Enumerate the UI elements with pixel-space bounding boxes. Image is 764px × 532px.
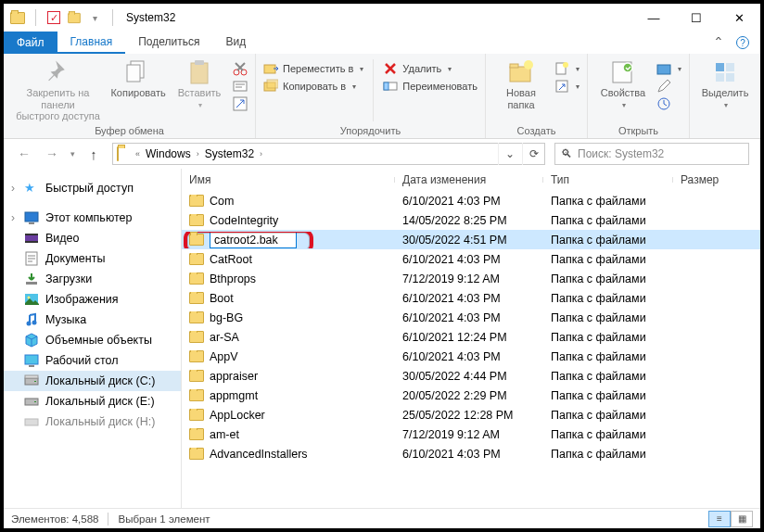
delete-button[interactable]: Удалить▾ bbox=[383, 61, 478, 76]
sidebar-item-downloads[interactable]: Загрузки bbox=[4, 269, 181, 289]
minimize-button[interactable]: — bbox=[632, 4, 675, 32]
tab-file[interactable]: Файл bbox=[4, 32, 57, 54]
nav-history-icon[interactable]: ▾ bbox=[70, 149, 75, 158]
sidebar-item-hdisk[interactable]: Локальный диск (H:) bbox=[4, 412, 181, 432]
sidebar-item-cdisk[interactable]: Локальный диск (C:) bbox=[4, 371, 181, 391]
pin-button[interactable]: Закрепить на панели быстрого доступа bbox=[11, 57, 105, 122]
history-button[interactable] bbox=[656, 96, 681, 111]
cell-date: 6/10/2021 4:03 PM bbox=[395, 253, 543, 266]
sidebar-item-desktop[interactable]: Рабочий стол bbox=[4, 350, 181, 371]
chevron-right-icon[interactable]: « bbox=[135, 149, 140, 158]
table-row[interactable]: Bthprops7/12/2019 9:12 AMПапка с файлами bbox=[182, 269, 760, 288]
table-row[interactable]: ar-SA6/10/2021 12:24 PMПапка с файлами bbox=[182, 327, 760, 347]
ribbon-help-icon[interactable]: ? bbox=[736, 36, 749, 49]
pictures-icon bbox=[24, 292, 39, 307]
table-row[interactable]: AppV6/10/2021 4:03 PMПапка с файлами bbox=[182, 347, 760, 366]
sidebar-label: Локальный диск (H:) bbox=[45, 415, 155, 428]
sidebar-item-music[interactable]: Музыка bbox=[4, 310, 181, 330]
svg-rect-10 bbox=[267, 80, 278, 88]
easyaccess-button[interactable]: ▾ bbox=[554, 79, 579, 94]
status-bar: Элементов: 4,588 Выбран 1 элемент ≡ ▦ bbox=[4, 508, 760, 528]
chevron-right-icon[interactable]: › bbox=[260, 149, 262, 158]
paste-button[interactable]: Вставить ▾ bbox=[172, 57, 227, 109]
newfolder-button[interactable]: Новая папка bbox=[493, 57, 549, 110]
table-row[interactable]: Com6/10/2021 4:03 PMПапка с файлами bbox=[182, 191, 760, 210]
breadcrumb-system32[interactable]: System32 bbox=[201, 147, 258, 160]
sidebar-item-docs[interactable]: Документы bbox=[4, 248, 181, 269]
cell-date: 6/10/2021 4:03 PM bbox=[395, 448, 543, 461]
qat-customize-icon[interactable] bbox=[66, 9, 83, 26]
copyto-button[interactable]: Копировать в▾ bbox=[263, 79, 363, 94]
rename-icon bbox=[383, 79, 398, 94]
close-button[interactable]: ✕ bbox=[718, 4, 760, 32]
sidebar-item-pictures[interactable]: Изображения bbox=[4, 289, 181, 310]
cell-type: Папка с файлами bbox=[543, 311, 673, 324]
qat-check-icon[interactable]: ✓ bbox=[45, 9, 62, 26]
select-button[interactable]: Выделить ▾ bbox=[697, 57, 753, 109]
chevron-right-icon[interactable]: › bbox=[197, 149, 199, 158]
sidebar-label: Локальный диск (E:) bbox=[45, 395, 155, 408]
sidebar-label: Этот компьютер bbox=[45, 211, 132, 224]
cell-date: 20/05/2022 2:29 PM bbox=[395, 389, 543, 402]
view-details-icon[interactable]: ≡ bbox=[708, 511, 731, 527]
ribbon-collapse-icon[interactable]: ˄ bbox=[714, 35, 723, 50]
table-row[interactable]: appmgmt20/05/2022 2:29 PMПапка с файлами bbox=[182, 386, 760, 405]
newitem-button[interactable]: ▾ bbox=[554, 61, 579, 76]
refresh-icon[interactable]: ⟳ bbox=[522, 143, 544, 165]
table-row[interactable]: Boot6/10/2021 4:03 PMПапка с файлами bbox=[182, 288, 760, 308]
separator bbox=[35, 9, 36, 26]
open-button[interactable]: ▾ bbox=[656, 61, 681, 76]
app-folder-icon bbox=[9, 9, 26, 26]
address-bar[interactable]: « Windows › System32 › ⌄ ⟳ bbox=[112, 143, 545, 165]
sidebar-item-3d[interactable]: Объемные объекты bbox=[4, 330, 181, 350]
table-row[interactable]: bg-BG6/10/2021 4:03 PMПапка с файлами bbox=[182, 308, 760, 327]
address-dropdown-icon[interactable]: ⌄ bbox=[498, 143, 520, 165]
nav-up-button[interactable]: ↑ bbox=[84, 145, 103, 163]
star-icon: ★ bbox=[24, 181, 39, 196]
rename-button[interactable]: Переименовать bbox=[383, 79, 478, 94]
table-row[interactable]: AdvancedInstallers6/10/2021 4:03 PMПапка… bbox=[182, 444, 760, 463]
edit-button[interactable] bbox=[656, 79, 681, 94]
shortcut-button[interactable] bbox=[233, 96, 248, 111]
search-box[interactable]: 🔍︎ Поиск: System32 bbox=[554, 143, 749, 165]
chevron-down-icon: ▾ bbox=[576, 82, 579, 91]
table-row[interactable]: CodeIntegrity14/05/2022 8:25 PMПапка с ф… bbox=[182, 210, 760, 230]
view-large-icon[interactable]: ▦ bbox=[731, 511, 753, 527]
nav-back-button[interactable]: ← bbox=[15, 145, 33, 163]
sidebar-item-quickaccess[interactable]: ★ Быстрый доступ bbox=[4, 178, 181, 198]
svg-rect-18 bbox=[556, 81, 567, 92]
table-row[interactable]: 30/05/2022 4:51 PMПапка с файлами bbox=[182, 230, 760, 249]
table-row[interactable]: appraiser30/05/2022 4:44 PMПапка с файла… bbox=[182, 366, 760, 386]
copy-button[interactable]: Копировать bbox=[110, 57, 166, 99]
column-size[interactable]: Размер bbox=[673, 173, 760, 186]
group-new-label: Создать bbox=[493, 123, 579, 136]
tab-home[interactable]: Главная bbox=[57, 32, 126, 54]
sidebar-item-pc[interactable]: Этот компьютер bbox=[4, 208, 181, 228]
table-row[interactable]: CatRoot6/10/2021 4:03 PMПапка с файлами bbox=[182, 249, 760, 269]
chevron-down-icon: ▾ bbox=[678, 65, 681, 73]
maximize-button[interactable]: ☐ bbox=[675, 4, 718, 32]
column-date[interactable]: Дата изменения bbox=[395, 173, 543, 186]
delete-label: Удалить bbox=[402, 63, 441, 74]
props-label: Свойства bbox=[601, 87, 645, 99]
sidebar-item-video[interactable]: Видео bbox=[4, 228, 181, 248]
table-row[interactable]: am-et7/12/2019 9:12 AMПапка с файлами bbox=[182, 424, 760, 444]
svg-rect-26 bbox=[726, 73, 734, 82]
breadcrumb-windows[interactable]: Windows bbox=[142, 147, 195, 160]
sidebar-item-edisk[interactable]: Локальный диск (E:) bbox=[4, 391, 181, 412]
cell-date: 7/12/2019 9:12 AM bbox=[395, 272, 543, 285]
props-button[interactable]: Свойства ▾ bbox=[595, 57, 651, 109]
column-type[interactable]: Тип bbox=[543, 173, 673, 186]
tab-share[interactable]: Поделиться bbox=[125, 32, 212, 54]
qat-undo-icon[interactable]: ▾ bbox=[86, 9, 103, 26]
tab-view[interactable]: Вид bbox=[212, 32, 259, 54]
table-row[interactable]: AppLocker25/05/2022 12:28 PMПапка с файл… bbox=[182, 405, 760, 424]
copypath-button[interactable] bbox=[233, 79, 248, 94]
move-button[interactable]: Переместить в▾ bbox=[263, 61, 363, 76]
delete-icon bbox=[383, 61, 398, 76]
nav-fwd-button[interactable]: → bbox=[43, 145, 61, 163]
svg-rect-31 bbox=[25, 241, 38, 243]
cell-name: Bthprops bbox=[210, 272, 256, 285]
cut-button[interactable] bbox=[233, 61, 248, 76]
column-name[interactable]: Имя bbox=[182, 173, 395, 186]
